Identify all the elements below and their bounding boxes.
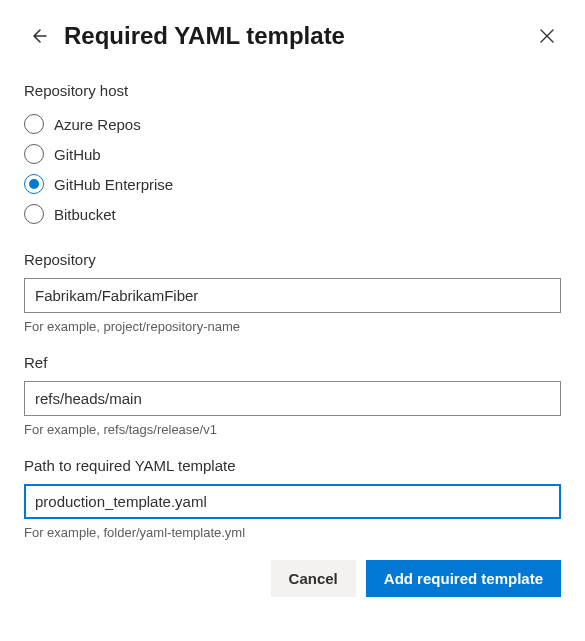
radio-github-enterprise[interactable]: GitHub Enterprise: [24, 169, 561, 199]
ref-label: Ref: [24, 354, 561, 371]
radio-github[interactable]: GitHub: [24, 139, 561, 169]
path-label: Path to required YAML template: [24, 457, 561, 474]
ref-field: Ref For example, refs/tags/release/v1: [24, 354, 561, 437]
add-required-template-button[interactable]: Add required template: [366, 560, 561, 597]
path-hint: For example, folder/yaml-template.yml: [24, 525, 561, 540]
radio-bitbucket[interactable]: Bitbucket: [24, 199, 561, 229]
path-input[interactable]: [24, 484, 561, 519]
arrow-left-icon: [28, 26, 48, 46]
repository-label: Repository: [24, 251, 561, 268]
radio-icon: [24, 144, 44, 164]
repository-hint: For example, project/repository-name: [24, 319, 561, 334]
ref-hint: For example, refs/tags/release/v1: [24, 422, 561, 437]
close-icon: [539, 28, 555, 44]
ref-input[interactable]: [24, 381, 561, 416]
cancel-button[interactable]: Cancel: [271, 560, 356, 597]
repository-input[interactable]: [24, 278, 561, 313]
radio-label: GitHub Enterprise: [54, 176, 173, 193]
radio-icon: [24, 114, 44, 134]
back-button[interactable]: [24, 22, 52, 50]
host-label: Repository host: [24, 82, 561, 99]
radio-label: GitHub: [54, 146, 101, 163]
radio-label: Bitbucket: [54, 206, 116, 223]
close-button[interactable]: [533, 22, 561, 50]
path-field: Path to required YAML template For examp…: [24, 457, 561, 540]
repository-field: Repository For example, project/reposito…: [24, 251, 561, 334]
button-row: Cancel Add required template: [24, 560, 561, 597]
radio-icon-checked: [24, 174, 44, 194]
radio-label: Azure Repos: [54, 116, 141, 133]
dialog-title: Required YAML template: [64, 22, 533, 50]
dialog-header: Required YAML template: [24, 22, 561, 50]
radio-azure-repos[interactable]: Azure Repos: [24, 109, 561, 139]
radio-icon: [24, 204, 44, 224]
host-radio-group: Azure Repos GitHub GitHub Enterprise Bit…: [24, 109, 561, 229]
